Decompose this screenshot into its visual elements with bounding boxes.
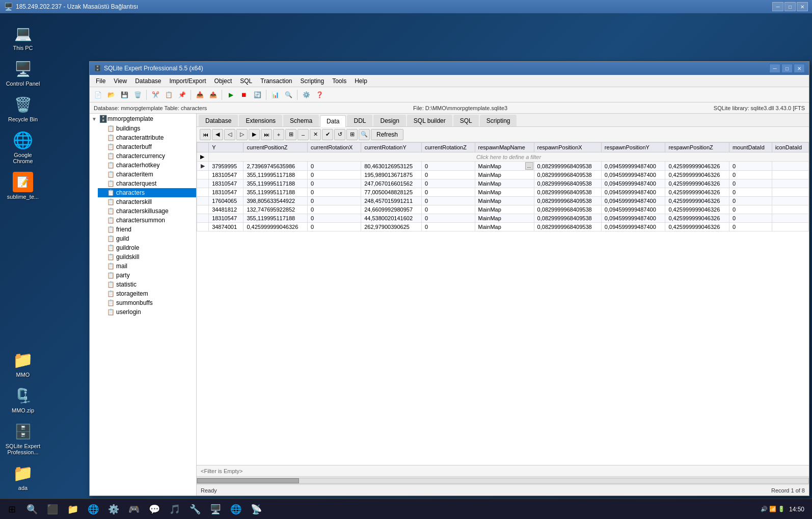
nav-prev[interactable]: ◁ bbox=[224, 129, 235, 140]
menu-sql[interactable]: SQL bbox=[236, 76, 256, 86]
tree-node-charactersummon[interactable]: 📋 charactersummon bbox=[98, 216, 196, 225]
cell-icondataid[interactable] bbox=[772, 188, 808, 197]
desktop-icon-mmo-zip[interactable]: 🗜️ MMO.zip bbox=[3, 383, 43, 416]
tree-node-storageitem[interactable]: 📋 storageitem bbox=[98, 289, 196, 298]
cell-respawnpositionx[interactable]: 0,0829999968409538 bbox=[534, 171, 601, 179]
commit-btn[interactable]: ✔ bbox=[322, 129, 333, 140]
cell-currentrotationz[interactable]: 0 bbox=[421, 171, 475, 179]
col-respawnPositionZ[interactable]: respawnPositionZ bbox=[665, 143, 729, 152]
cell-currentrotationz[interactable]: 0 bbox=[421, 197, 475, 205]
table-row[interactable]: 348740010,4259999990463260262,9790039062… bbox=[197, 223, 809, 231]
tree-node-summonbuffs[interactable]: 📋 summonbuffs bbox=[98, 298, 196, 307]
toolbar-help[interactable]: ❓ bbox=[313, 89, 326, 101]
cell-icondataid[interactable] bbox=[772, 223, 808, 231]
cell-mountdataid[interactable]: 0 bbox=[729, 171, 772, 179]
desktop-icon-sqlite[interactable]: 🗄️ SQLite Expert Profession... bbox=[3, 419, 43, 458]
cell-y[interactable]: 18310547 bbox=[209, 214, 243, 223]
desktop-icon-sublime[interactable]: 📝 sublime_te... bbox=[3, 169, 43, 202]
taskbar-explorer[interactable]: 📁 bbox=[64, 500, 82, 518]
tab-ddl[interactable]: DDL bbox=[347, 115, 372, 126]
taskbar-network[interactable]: 🌐 bbox=[227, 500, 245, 518]
cell-y[interactable]: 34481812 bbox=[209, 205, 243, 214]
tree-node-characterbuff[interactable]: 📋 characterbuff bbox=[98, 142, 196, 151]
cell-currentpositionz[interactable]: 0,425999999046326 bbox=[243, 223, 308, 231]
nav-next-next[interactable]: ▶ bbox=[249, 129, 260, 140]
cell-currentrotationy[interactable]: 44,5380020141602 bbox=[361, 214, 422, 223]
cell-y[interactable]: 18310547 bbox=[209, 179, 243, 188]
cell-respawnpositionx[interactable]: 0,0829999968409538 bbox=[534, 197, 601, 205]
cell-currentpositionz[interactable]: 355,119995117188 bbox=[243, 171, 308, 179]
tab-schema[interactable]: Schema bbox=[283, 115, 319, 126]
cell-respawnpositionx[interactable]: 0,0829999968409538 bbox=[534, 223, 601, 231]
cell-currentrotationy[interactable]: 248,457015991211 bbox=[361, 197, 422, 205]
desktop-icon-recycle-bin[interactable]: 🗑️ Recycle Bin bbox=[3, 92, 43, 125]
cell-respawnpositionz[interactable]: 0,425999999046326 bbox=[665, 223, 729, 231]
toolbar-paste[interactable]: 📌 bbox=[176, 89, 188, 101]
cell-currentrotationx[interactable]: 0 bbox=[307, 171, 361, 179]
menu-view[interactable]: View bbox=[110, 76, 131, 86]
col-currentRotationZ[interactable]: currentRotationZ bbox=[421, 143, 475, 152]
cell-respawnmapname[interactable]: MainMap bbox=[475, 223, 534, 231]
cell-currentrotationy[interactable]: 195,989013671875 bbox=[361, 171, 422, 179]
search-taskbar[interactable]: 🔍 bbox=[23, 500, 41, 518]
menu-database[interactable]: Database bbox=[131, 76, 165, 86]
cell-respawnpositionx[interactable]: 0,0829999968409538 bbox=[534, 179, 601, 188]
nav-next[interactable]: ▷ bbox=[236, 129, 248, 140]
tree-node-userlogin[interactable]: 📋 userlogin bbox=[98, 307, 196, 317]
taskbar-settings[interactable]: ⚙️ bbox=[104, 500, 123, 518]
tree-node-characterattribute[interactable]: 📋 characterattribute bbox=[98, 133, 196, 142]
cell-currentrotationz[interactable]: 0 bbox=[421, 223, 475, 231]
cell-currentrotationy[interactable]: 24,6609992980957 bbox=[361, 205, 422, 214]
tree-node-characterquest[interactable]: 📋 characterquest bbox=[98, 179, 196, 188]
cell-respawnpositionz[interactable]: 0,425999999046326 bbox=[665, 197, 729, 205]
scrollbar-track[interactable] bbox=[197, 478, 809, 484]
cell-currentpositionz[interactable]: 355,119995117188 bbox=[243, 179, 308, 188]
col-currentRotationX[interactable]: currentRotationX bbox=[307, 143, 361, 152]
desktop-icon-control-panel[interactable]: 🖥️ Control Panel bbox=[3, 56, 43, 89]
cell-icondataid[interactable] bbox=[772, 214, 808, 223]
tab-design[interactable]: Design bbox=[373, 115, 405, 126]
reload-btn[interactable]: ↺ bbox=[334, 129, 345, 140]
taskbar-game[interactable]: 🎮 bbox=[125, 500, 143, 518]
tree-node-charactercurrency[interactable]: 📋 charactercurrency bbox=[98, 151, 196, 161]
tree-node-characters[interactable]: 📋 characters bbox=[98, 188, 196, 197]
tree-node-characterhotkey[interactable]: 📋 characterhotkey bbox=[98, 161, 196, 170]
tree-node-characterskillusage[interactable]: 📋 characterskillusage bbox=[98, 206, 196, 216]
cell-respawnmapname[interactable]: MainMap bbox=[475, 214, 534, 223]
taskbar-music[interactable]: 🎵 bbox=[166, 500, 184, 518]
nav-prev-prev[interactable]: ◀ bbox=[212, 129, 223, 140]
filter-btn[interactable]: 🔍 bbox=[359, 129, 370, 140]
nav-last[interactable]: ⏭ bbox=[261, 129, 272, 140]
minimize-button[interactable]: ─ bbox=[772, 2, 783, 11]
add-row-btn[interactable]: + bbox=[273, 129, 284, 140]
scrollbar-thumb[interactable] bbox=[197, 478, 299, 483]
cell-currentrotationz[interactable]: 0 bbox=[421, 205, 475, 214]
col-currentRotationY[interactable]: currentRotationY bbox=[361, 143, 422, 152]
cell-respawnmapname[interactable]: MainMap bbox=[475, 197, 534, 205]
col-respawnPositionX[interactable]: respawnPositionX bbox=[534, 143, 601, 152]
cell-currentpositionz[interactable]: 355,119995117188 bbox=[243, 214, 308, 223]
desktop-icon-this-pc[interactable]: 💻 This PC bbox=[3, 20, 43, 54]
tree-node-guild[interactable]: 📋 guild bbox=[98, 234, 196, 243]
tree-node-party[interactable]: 📋 party bbox=[98, 271, 196, 280]
cell-respawnpositionz[interactable]: 0,425999999046326 bbox=[665, 179, 729, 188]
col-respawnPositionY[interactable]: respawnPositionY bbox=[601, 143, 665, 152]
tab-extensions[interactable]: Extensions bbox=[239, 115, 282, 126]
cell-respawnpositionx[interactable]: 0,0829999968409538 bbox=[534, 214, 601, 223]
cell-respawnpositiony[interactable]: 0,094599999487400 bbox=[601, 214, 665, 223]
taskbar-filezilla[interactable]: 📡 bbox=[247, 500, 265, 518]
cell-mountdataid[interactable]: 0 bbox=[729, 197, 772, 205]
toolbar-open[interactable]: 📂 bbox=[105, 89, 117, 101]
cell-currentrotationx[interactable]: 0 bbox=[307, 188, 361, 197]
start-button[interactable]: ⊞ bbox=[3, 500, 21, 518]
cell-currentrotationy[interactable]: 262,97900390625 bbox=[361, 223, 422, 231]
col-mountDataId[interactable]: mountDataId bbox=[729, 143, 772, 152]
tree-node-buildings[interactable]: 📋 buildings bbox=[98, 124, 196, 133]
tab-scripting[interactable]: Scripting bbox=[480, 115, 517, 126]
nav-first[interactable]: ⏮ bbox=[200, 129, 211, 140]
cell-icondataid[interactable] bbox=[772, 205, 808, 214]
cell-respawnpositionz[interactable]: 0,425999999046326 bbox=[665, 214, 729, 223]
table-row[interactable]: 18310547355,1199951171880195,98901367187… bbox=[197, 171, 809, 179]
cell-y[interactable]: 18310547 bbox=[209, 188, 243, 197]
toolbar-stop[interactable]: ⏹ bbox=[238, 89, 250, 101]
